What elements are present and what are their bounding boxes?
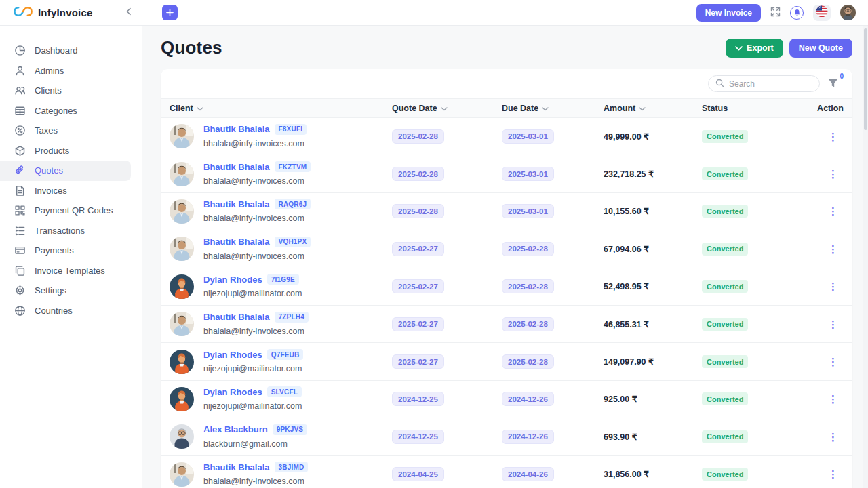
sidebar-item-label: Settings [35, 285, 66, 296]
chevron-left-icon [124, 7, 134, 18]
sidebar-item-transactions[interactable]: Transactions [0, 221, 142, 241]
page-scrollbar[interactable] [863, 26, 868, 488]
quote-date-pill: 2025-02-27 [392, 317, 444, 331]
client-name-link[interactable]: Bhautik Bhalala [203, 312, 270, 322]
row-actions-menu-button[interactable]: ⋮ [823, 430, 844, 443]
row-actions-menu-button[interactable]: ⋮ [823, 468, 844, 481]
client-name-link[interactable]: Bhautik Bhalala [203, 462, 270, 472]
fullscreen-button[interactable] [770, 7, 781, 19]
app-logo[interactable]: InfyInvoice [14, 6, 93, 20]
due-date-pill: 2025-02-28 [502, 242, 554, 256]
quote-code-badge: Q7FEUB [267, 349, 304, 360]
column-header-label: Due Date [502, 104, 538, 113]
new-invoice-button[interactable]: New Invoice [696, 4, 761, 22]
client-name-link[interactable]: Dylan Rhodes [203, 350, 262, 360]
quote-code-badge: 7I1G9E [267, 274, 299, 285]
sidebar-item-invoices[interactable]: Invoices [0, 181, 142, 201]
row-actions-menu-button[interactable]: ⋮ [823, 243, 844, 256]
row-actions-menu-button[interactable]: ⋮ [823, 205, 844, 218]
sidebar-item-label: Invoices [35, 186, 67, 196]
templates-copy-icon [14, 265, 26, 277]
sidebar-item-label: Admins [35, 66, 64, 76]
fullscreen-expand-icon [770, 7, 781, 19]
sidebar-item-label: Dashboard [35, 45, 78, 56]
row-actions-menu-button[interactable]: ⋮ [823, 355, 844, 368]
sidebar-item-settings[interactable]: Settings [0, 281, 142, 301]
column-header-amount[interactable]: Amount [604, 104, 702, 113]
new-quote-button[interactable]: New Quote [789, 39, 852, 58]
client-name-link[interactable]: Dylan Rhodes [203, 274, 262, 285]
scrollbar-thumb[interactable] [864, 28, 867, 130]
sidebar-item-categories[interactable]: Categories [0, 101, 142, 121]
sidebar-item-products[interactable]: Products [0, 141, 142, 161]
status-badge: Converted [702, 392, 748, 405]
sidebar-item-admins[interactable]: Admins [0, 61, 142, 81]
sidebar-item-countries[interactable]: Countries [0, 301, 142, 321]
table-body: Bhautik Bhalala F8XUFI bhalala@infy-invo… [161, 118, 852, 488]
row-actions-menu-button[interactable]: ⋮ [823, 318, 844, 331]
due-date-pill: 2025-03-01 [502, 129, 554, 144]
client-email: nijezojupi@mailinator.com [203, 289, 302, 298]
sort-chevron-icon[interactable] [542, 104, 549, 113]
status-badge: Converted [702, 468, 748, 481]
row-actions-menu-button[interactable]: ⋮ [823, 392, 844, 405]
status-badge: Converted [702, 130, 748, 143]
quick-add-button[interactable] [162, 5, 178, 20]
sidebar-item-dashboard[interactable]: Dashboard [0, 41, 142, 61]
sidebar-item-payment-qr-codes[interactable]: Payment QR Codes [0, 201, 142, 221]
quote-amount: 31,856.00 ₹ [604, 469, 649, 479]
status-badge: Converted [702, 430, 748, 443]
due-date-pill: 2024-04-26 [502, 467, 554, 481]
row-actions-menu-button[interactable]: ⋮ [823, 130, 844, 143]
sort-chevron-icon[interactable] [639, 104, 646, 113]
client-name-link[interactable]: Alex Blackburn [203, 424, 268, 434]
column-header-due-date[interactable]: Due Date [502, 104, 604, 113]
sidebar-item-label: Clients [35, 85, 62, 96]
sidebar-item-payments[interactable]: Payments [0, 241, 142, 261]
notifications-button[interactable] [790, 6, 804, 20]
row-actions-menu-button[interactable]: ⋮ [823, 167, 844, 180]
admin-user-icon [14, 65, 26, 77]
client-name-link[interactable]: Dylan Rhodes [203, 387, 262, 397]
client-name-link[interactable]: Bhautik Bhalala [203, 124, 270, 134]
column-header-client[interactable]: Client [170, 104, 392, 113]
column-header-status[interactable]: Status [702, 104, 802, 113]
sidebar-item-label: Taxes [35, 125, 58, 136]
sidebar-collapse-button[interactable] [124, 7, 134, 18]
quote-amount: 67,094.06 ₹ [604, 244, 649, 254]
client-name-link[interactable]: Bhautik Bhalala [203, 162, 270, 172]
gray-hair-glasses-photo [170, 424, 194, 449]
column-header-quote-date[interactable]: Quote Date [392, 104, 502, 113]
column-header-label: Quote Date [392, 104, 437, 113]
sidebar-item-quotes[interactable]: Quotes [0, 161, 131, 181]
due-date-pill: 2024-12-26 [502, 392, 554, 406]
sidebar-item-invoice-templates[interactable]: Invoice Templates [0, 261, 142, 281]
filter-funnel-icon [828, 80, 838, 90]
qr-code-icon [14, 205, 26, 216]
status-badge: Converted [702, 280, 748, 293]
export-button[interactable]: Export [726, 39, 783, 58]
client-email: bhalala@infy-invoices.com [203, 327, 304, 336]
sidebar-item-clients[interactable]: Clients [0, 81, 142, 101]
profile-avatar[interactable] [840, 5, 856, 20]
search-box [708, 75, 820, 92]
infinity-logo-icon [14, 6, 33, 20]
transactions-list-icon [14, 225, 26, 237]
quote-amount: 693.90 ₹ [604, 432, 637, 442]
quote-row: Bhautik Bhalala VQH1PX bhalala@infy-invo… [161, 230, 852, 268]
sidebar-item-taxes[interactable]: Taxes [0, 121, 142, 141]
row-actions-menu-button[interactable]: ⋮ [823, 280, 844, 293]
client-name-link[interactable]: Bhautik Bhalala [203, 199, 270, 209]
quote-amount: 52,498.95 ₹ [604, 281, 649, 291]
search-input[interactable] [729, 79, 804, 89]
search-icon [715, 78, 724, 90]
sort-chevron-icon[interactable] [197, 104, 203, 113]
due-date-pill: 2025-02-28 [502, 279, 554, 293]
client-name-link[interactable]: Bhautik Bhalala [203, 237, 270, 247]
topbar: InfyInvoice New Invoice [0, 0, 868, 26]
sort-chevron-icon[interactable] [441, 104, 448, 113]
status-badge: Converted [702, 243, 748, 256]
filter-button[interactable]: 0 [828, 77, 841, 90]
column-header-action[interactable]: Action [802, 104, 844, 113]
language-selector[interactable] [813, 5, 831, 21]
